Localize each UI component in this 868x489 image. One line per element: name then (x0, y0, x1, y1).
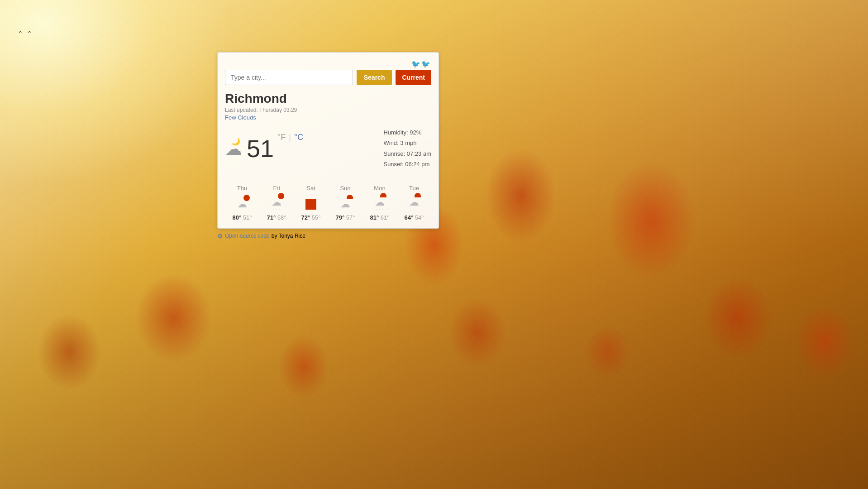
forecast-fri: Fri ☁ · · · 71° 58° (259, 185, 294, 221)
weather-widget: 🐦🐦 Search Current Richmond Last updated:… (217, 52, 439, 229)
forecast-thu-temps: 80° 51° (225, 214, 259, 221)
unit-f[interactable]: °F (277, 133, 286, 142)
forecast-day-label: Fri (259, 185, 294, 192)
weather-widget-container: 🐦🐦 Search Current Richmond Last updated:… (217, 52, 439, 240)
forecast-mon-temps: 81° 61° (362, 214, 397, 221)
birds-decoration: 🐦🐦 (225, 60, 431, 68)
current-location-button[interactable]: Current (396, 70, 431, 85)
forecast-fri-temps: 71° 58° (259, 214, 294, 221)
forecast-sat: Sat 72° 55° (294, 185, 328, 221)
forecast-sun: Sun ☁ 79° 57° (328, 185, 362, 221)
forecast-sat-icon (294, 194, 328, 214)
weather-details: Humidity: 92% Wind: 3 mph Sunrise: 07:23… (383, 127, 431, 170)
footer-by-text: by Tonya Rice (272, 233, 305, 239)
forecast-tue: Tue ☁ · · · 64° 54° (397, 185, 431, 221)
forecast-thu: Thu ☁ 80° 51° (225, 185, 259, 221)
forecast-day-label: Tue (397, 185, 431, 192)
forecast-day-label: Mon (362, 185, 397, 192)
forecast-mon-icon: ☁ · · · (362, 194, 397, 214)
forecast-sun-icon: ☁ (328, 194, 362, 214)
current-weather-icon: ☁ 🌙 (225, 139, 242, 158)
forecast-fri-icon: ☁ · · · (259, 194, 294, 214)
current-weather: ☁ 🌙 51 °F | °C Humidity: 92% Wind: 3 mph (225, 127, 431, 170)
open-source-link[interactable]: Open-source code (225, 233, 270, 239)
forecast-sun-temps: 79° 57° (328, 214, 362, 221)
city-input[interactable] (225, 70, 353, 85)
forecast-sat-temps: 72° 55° (294, 214, 328, 221)
background-birds: ^ ^ (19, 28, 31, 36)
search-row: Search Current (225, 70, 431, 85)
forecast-row: Thu ☁ 80° 51° Fri ☁ (225, 179, 431, 221)
weather-condition: Few Clouds (225, 114, 431, 121)
search-button[interactable]: Search (357, 70, 392, 85)
forecast-thu-icon: ☁ (225, 194, 259, 214)
forecast-day-label: Sun (328, 185, 362, 192)
unit-c[interactable]: °C (294, 133, 303, 142)
last-updated: Last updated: Thursday 03:29 (225, 107, 431, 113)
forecast-tue-temps: 64° 54° (397, 214, 431, 221)
widget-footer: ♻ Open-source code by Tonya Rice (217, 232, 439, 240)
forecast-tue-icon: ☁ · · · (397, 194, 431, 214)
forecast-day-label: Thu (225, 185, 259, 192)
forecast-mon: Mon ☁ · · · 81° 61° (362, 185, 397, 221)
city-name: Richmond (225, 91, 431, 106)
temperature-unit-toggle: °F | °C (277, 133, 303, 142)
current-temperature: 51 (247, 134, 274, 163)
forecast-day-label: Sat (294, 185, 328, 192)
